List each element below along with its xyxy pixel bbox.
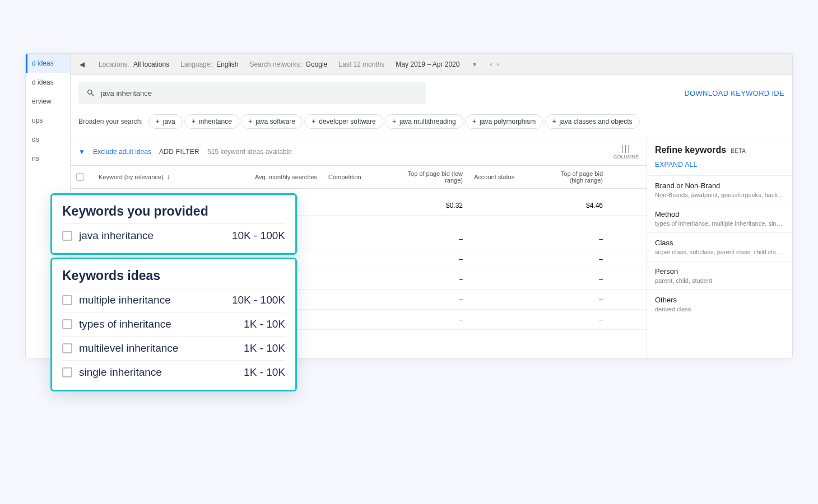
- checkbox[interactable]: [62, 343, 72, 353]
- keyword-text: java inheritance: [79, 230, 225, 242]
- refine-group[interactable]: Methodtypes of inheritance, multiple inh…: [647, 204, 792, 232]
- search-icon: [86, 88, 95, 97]
- select-all-checkbox[interactable]: [76, 173, 84, 181]
- search-row: java inheritance DOWNLOAD KEYWORD IDE: [71, 75, 792, 111]
- prev-period-icon[interactable]: ‹: [490, 60, 492, 68]
- columns-icon: |||: [621, 144, 631, 153]
- sort-down-icon: ↓: [167, 173, 170, 181]
- next-period-icon[interactable]: ›: [496, 60, 499, 68]
- refine-group[interactable]: Personparent, child, student: [647, 261, 792, 290]
- plus-icon: +: [472, 118, 476, 125]
- period-label: Last 12 months: [338, 60, 384, 68]
- sidebar-item[interactable]: d ideas: [26, 73, 70, 92]
- checkbox[interactable]: [62, 319, 72, 329]
- broaden-chip[interactable]: +java: [148, 114, 183, 129]
- plus-icon: +: [552, 118, 556, 125]
- callout-row: multiple inheritance10K - 100K: [62, 288, 285, 312]
- language-filter[interactable]: Language: English: [180, 60, 238, 68]
- search-volume: 10K - 100K: [232, 294, 285, 306]
- col-avg-searches[interactable]: Avg. monthly searches: [233, 166, 323, 188]
- col-account-status[interactable]: Account status: [468, 166, 541, 188]
- broaden-chip[interactable]: +developer software: [304, 114, 383, 129]
- callout-title: Keywords you provided: [62, 204, 285, 219]
- search-volume: 10K - 100K: [232, 230, 285, 242]
- expand-all-button[interactable]: EXPAND ALL: [647, 157, 792, 175]
- col-keyword[interactable]: Keyword (by relevance)↓: [93, 166, 233, 188]
- keyword-text: multiple inheritance: [79, 294, 225, 306]
- sidebar-item[interactable]: ns: [26, 149, 70, 168]
- broaden-chip[interactable]: +java multithreading: [385, 114, 463, 129]
- callout-row: types of inheritance1K - 10K: [62, 312, 285, 336]
- callout-title: Keywords ideas: [62, 268, 285, 283]
- refine-group[interactable]: Othersderived class: [647, 290, 792, 318]
- networks-filter[interactable]: Search networks: Google: [250, 60, 328, 68]
- add-filter-button[interactable]: ADD FILTER: [159, 148, 199, 156]
- keyword-text: types of inheritance: [79, 318, 237, 330]
- search-volume: 1K - 10K: [244, 342, 285, 354]
- broaden-chip[interactable]: +java polymorphism: [465, 114, 543, 129]
- refine-title: Refine keywords: [655, 145, 726, 155]
- broaden-search-row: Broaden your search: +java +inheritance …: [71, 111, 792, 138]
- col-high-bid[interactable]: Top of page bid (high range): [541, 166, 608, 188]
- broaden-chip[interactable]: +java classes and objects: [545, 114, 640, 129]
- back-icon[interactable]: ◀: [76, 60, 87, 68]
- filter-icon[interactable]: ▼: [78, 148, 85, 156]
- refine-panel: Refine keywords BETA EXPAND ALL Brand or…: [647, 138, 792, 358]
- refine-group[interactable]: Classsuper class, subclass, parent class…: [647, 232, 792, 261]
- plus-icon: +: [248, 118, 252, 125]
- search-query: java inheritance: [101, 89, 152, 97]
- col-competition[interactable]: Competition: [323, 166, 390, 188]
- filter-row: ▼ Exclude adult ideas ADD FILTER 515 key…: [71, 138, 647, 165]
- search-input[interactable]: java inheritance: [78, 82, 426, 104]
- broaden-chip[interactable]: +inheritance: [184, 114, 239, 129]
- keyword-text: single inheritance: [79, 366, 237, 379]
- callout-keyword-ideas: Keywords ideas multiple inheritance10K -…: [50, 258, 297, 391]
- plus-icon: +: [192, 118, 196, 125]
- plus-icon: +: [156, 118, 160, 125]
- col-low-bid[interactable]: Top of page bid (low range): [390, 166, 468, 188]
- beta-badge: BETA: [731, 148, 746, 154]
- callout-row: single inheritance1K - 10K: [62, 360, 285, 384]
- chevron-down-icon[interactable]: ▾: [473, 60, 476, 68]
- sidebar-item[interactable]: d ideas: [26, 54, 70, 73]
- callout-row: multilevel inheritance1K - 10K: [62, 336, 285, 360]
- broaden-chip[interactable]: +java software: [241, 114, 303, 129]
- refine-group[interactable]: Brand or Non-BrandNon-Brands, javatpoint…: [647, 175, 792, 204]
- callout-row: java inheritance10K - 100K: [62, 223, 285, 248]
- locations-filter[interactable]: Locations: All locations: [99, 60, 169, 68]
- ideas-available-count: 515 keyword ideas available: [207, 148, 292, 156]
- sidebar-item[interactable]: ups: [26, 111, 70, 130]
- checkbox[interactable]: [62, 295, 72, 305]
- download-keywords-button[interactable]: DOWNLOAD KEYWORD IDE: [684, 89, 784, 97]
- checkbox[interactable]: [62, 231, 72, 241]
- exclude-adult-toggle[interactable]: Exclude adult ideas: [93, 148, 151, 156]
- plus-icon: +: [392, 118, 396, 125]
- callout-keywords-provided: Keywords you provided java inheritance10…: [50, 193, 297, 255]
- search-volume: 1K - 10K: [244, 318, 285, 330]
- sidebar-item[interactable]: erview: [26, 92, 70, 111]
- keyword-text: multilevel inheritance: [79, 342, 237, 354]
- search-volume: 1K - 10K: [244, 366, 285, 379]
- date-range[interactable]: May 2019 – Apr 2020: [396, 60, 459, 68]
- sidebar-item[interactable]: ds: [26, 130, 70, 149]
- checkbox[interactable]: [62, 367, 72, 377]
- plus-icon: +: [312, 118, 315, 125]
- columns-button[interactable]: ||| COLUMNS: [614, 144, 639, 160]
- broaden-label: Broaden your search:: [78, 118, 143, 125]
- table-header: Keyword (by relevance)↓ Avg. monthly sea…: [71, 165, 647, 189]
- topbar: ◀ Locations: All locations Language: Eng…: [71, 54, 792, 75]
